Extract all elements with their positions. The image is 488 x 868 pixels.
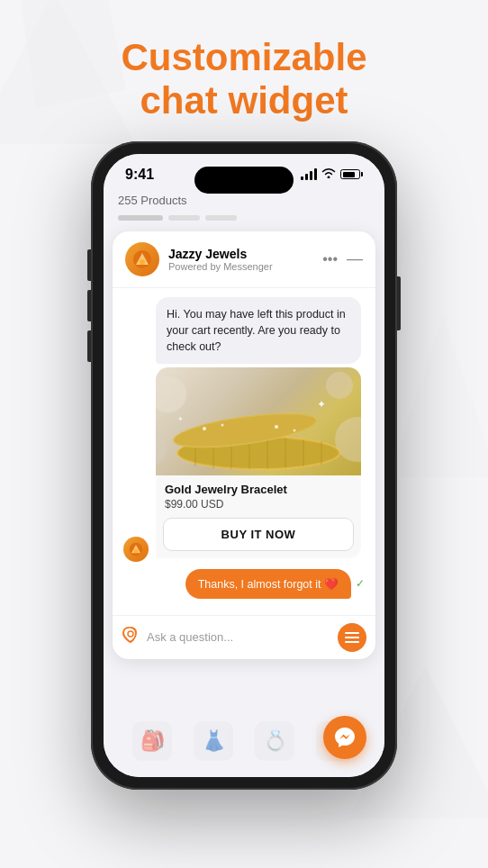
page-title: Customizable chat widget [18,36,470,123]
status-time: 9:41 [125,167,154,183]
svg-point-27 [221,423,224,426]
svg-point-11 [326,372,353,399]
scroll-tab-1 [118,215,163,221]
scroll-tabs [104,215,384,228]
svg-point-32 [128,631,133,637]
bottom-icon-2: 👗 [194,721,233,761]
messenger-fab[interactable] [323,716,366,759]
product-name: Gold Jewelry Bracelet [165,483,352,496]
products-count: 255 Products [118,194,187,207]
buy-now-button[interactable]: BUY IT NOW [163,518,354,551]
svg-rect-35 [345,641,359,643]
svg-point-28 [275,425,278,429]
phone-screen: 9:41 [104,154,384,777]
svg-point-26 [203,427,206,430]
bottom-icon-1: 🎒 [132,721,172,761]
battery-icon [340,169,363,179]
svg-text:✦: ✦ [177,415,184,423]
wifi-icon [321,167,336,181]
chat-input[interactable]: Ask a question... [147,630,330,644]
chat-widget: Jazzy Jewels Powered by Messenger ••• — [113,231,375,659]
product-image: ✦ ✦ [156,367,361,475]
svg-point-13 [156,432,167,465]
chat-title-area: Jazzy Jewels Powered by Messenger [168,247,313,272]
user-message-row: Thanks, I almost forgot it ❤️ ✓ [123,569,365,599]
signal-icon [301,168,317,180]
bottom-icon-3: 💍 [255,721,294,761]
phone-device: 9:41 [91,141,397,790]
chat-brand-name: Jazzy Jewels [168,247,313,261]
bot-avatar [123,537,149,562]
attach-icon[interactable] [122,626,140,648]
bot-text-message: Hi. You may have left this product in yo… [156,297,361,364]
svg-point-10 [156,376,186,412]
svg-point-29 [294,429,296,431]
chat-input-bar[interactable]: Ask a question... [113,615,375,659]
phone-wrapper: 9:41 [0,141,488,790]
message-check-icon: ✓ [356,577,365,590]
scroll-tab-2 [168,215,200,221]
chat-options-button[interactable]: ••• [322,251,338,267]
chat-messages: Hi. You may have left this product in yo… [113,288,375,615]
svg-rect-34 [345,637,359,638]
svg-point-6 [140,259,145,265]
menu-icon-circle[interactable] [338,623,366,652]
bot-message-group: Hi. You may have left this product in yo… [123,297,365,562]
page-title-area: Customizable chat widget [0,0,488,141]
chat-header-actions: ••• — [322,249,363,268]
phone-bottom-area: 🎒 👗 💍 🧣 [104,705,384,777]
product-card: ✦ ✦ Gold Jewelry Bracelet $99.00 USD BUY… [156,367,361,558]
scroll-tab-3 [205,215,237,221]
status-icons [301,167,363,181]
svg-rect-33 [345,632,359,634]
dynamic-island [194,167,294,194]
product-price: $99.00 USD [165,498,352,511]
product-info: Gold Jewelry Bracelet $99.00 USD [156,475,361,518]
chat-powered-by: Powered by Messenger [168,261,313,272]
svg-text:✦: ✦ [317,398,326,411]
volume-up-button [87,290,91,321]
bot-bubbles: Hi. You may have left this product in yo… [156,297,361,562]
volume-down-button [87,330,91,362]
chat-minimize-button[interactable]: — [347,249,363,268]
svg-point-9 [134,549,138,553]
chat-brand-avatar [125,242,159,276]
user-message: Thanks, I almost forgot it ❤️ [185,569,351,599]
chat-header: Jazzy Jewels Powered by Messenger ••• — [113,231,375,288]
